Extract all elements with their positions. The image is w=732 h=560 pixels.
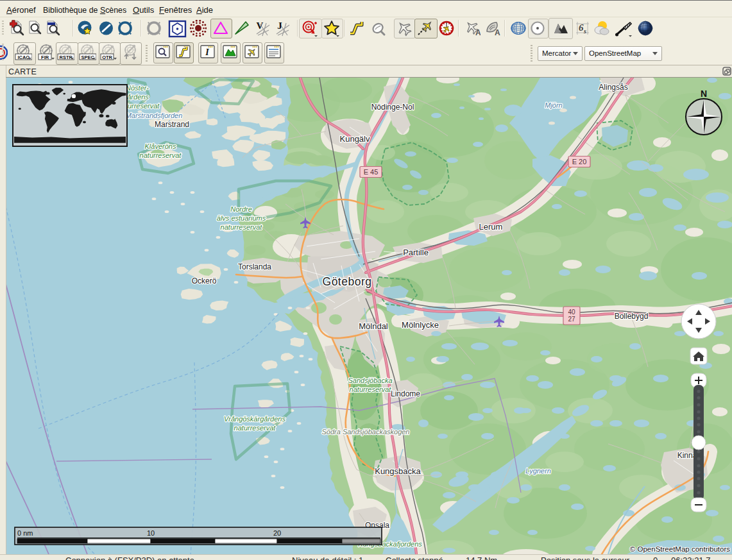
svg-text:naturreservat: naturreservat: [221, 223, 263, 231]
svg-text:s: s: [583, 28, 586, 35]
svg-text:A: A: [475, 28, 481, 37]
svg-text:Klåveröns: Klåveröns: [145, 142, 176, 150]
svg-text:V: V: [257, 21, 264, 31]
svg-text:Alingsås: Alingsås: [599, 83, 627, 92]
svg-text:27: 27: [568, 316, 575, 323]
svg-text:Lerum: Lerum: [479, 222, 503, 232]
svg-text:FIR: FIR: [41, 55, 49, 60]
svg-text:Kungälv: Kungälv: [340, 134, 370, 144]
svg-text:RSTR: RSTR: [60, 55, 73, 60]
svg-text:Mjörn: Mjörn: [545, 101, 563, 109]
svg-text:Sandsjöbacka: Sandsjöbacka: [348, 377, 392, 384]
svg-text:naturreservat: naturreservat: [234, 424, 277, 432]
svg-text:naturreservat: naturreservat: [140, 151, 182, 159]
svg-text:ICAO: ICAO: [17, 55, 30, 60]
svg-text:Kungsbacka: Kungsbacka: [375, 466, 421, 476]
svg-text:Ockerö: Ockerö: [192, 276, 217, 285]
svg-text:Lygnern: Lygnern: [525, 467, 551, 475]
svg-text:E 20: E 20: [572, 158, 587, 165]
svg-text:Vrångöskärgårdens: Vrångöskärgårdens: [224, 415, 285, 423]
svg-text:J: J: [277, 21, 282, 31]
svg-text:Nordre: Nordre: [230, 205, 252, 213]
svg-text:SPEC: SPEC: [81, 55, 95, 60]
svg-text:Göteborg: Göteborg: [323, 275, 372, 288]
svg-text:Marstrand: Marstrand: [155, 120, 189, 129]
svg-text:20: 20: [273, 529, 281, 537]
svg-text:10: 10: [147, 529, 155, 537]
svg-text:Mölnlycke: Mölnlycke: [402, 320, 439, 330]
svg-text:Nödinge-Nol: Nödinge-Nol: [371, 103, 414, 112]
svg-text:Bollebygd: Bollebygd: [615, 312, 649, 321]
svg-text:Nöster-: Nöster-: [126, 84, 149, 92]
svg-text:6: 6: [579, 22, 584, 33]
svg-text:Marstrandsfjorden: Marstrandsfjorden: [126, 112, 183, 119]
svg-text:Södra Sandsjöbackaskogen: Södra Sandsjöbackaskogen: [322, 428, 410, 436]
svg-text:Lindome: Lindome: [391, 389, 420, 398]
svg-text:A: A: [495, 28, 500, 37]
svg-text:N: N: [701, 89, 707, 99]
svg-text:Mölndal: Mölndal: [359, 321, 388, 331]
svg-text:naturreservat: naturreservat: [350, 386, 392, 393]
svg-text:I: I: [205, 47, 209, 57]
svg-text:40: 40: [568, 309, 575, 316]
svg-text:0 nm: 0 nm: [17, 529, 33, 537]
svg-text:OTR: OTR: [102, 55, 112, 60]
svg-text:Partille: Partille: [403, 248, 429, 257]
svg-text:Torslanda: Torslanda: [238, 262, 271, 271]
svg-text:© OpenStreetMap contributors: © OpenStreetMap contributors: [630, 545, 730, 553]
svg-text:E 45: E 45: [364, 168, 379, 176]
svg-text:älvs estuariums: älvs estuariums: [217, 214, 266, 222]
